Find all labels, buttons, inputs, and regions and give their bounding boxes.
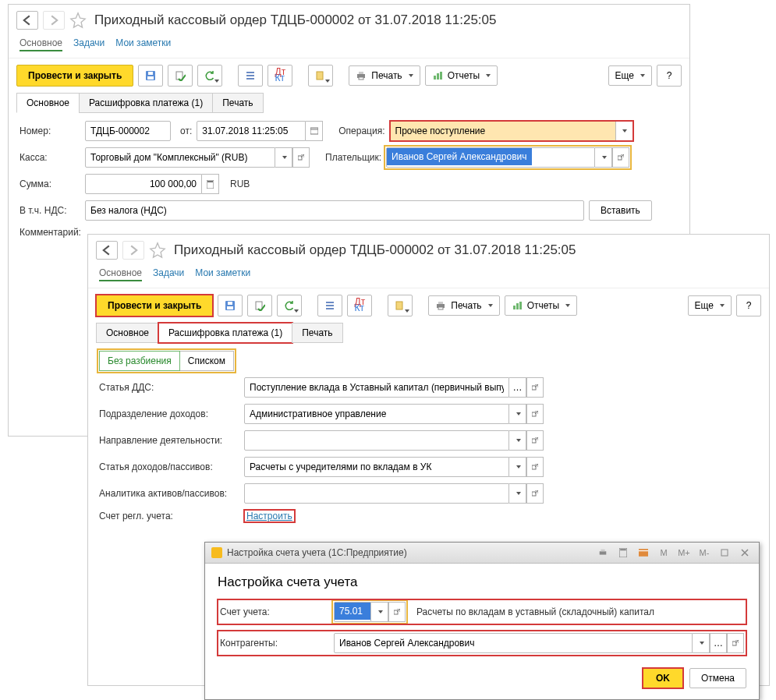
dep-input[interactable] bbox=[244, 404, 509, 424]
open-icon[interactable] bbox=[526, 430, 544, 451]
chevron-down-icon[interactable] bbox=[509, 457, 526, 477]
post-icon[interactable] bbox=[168, 65, 193, 87]
inc-input[interactable] bbox=[244, 457, 509, 477]
date-input[interactable] bbox=[197, 121, 306, 141]
refresh-icon[interactable] bbox=[197, 65, 222, 87]
vat-input[interactable] bbox=[85, 200, 584, 221]
chevron-down-icon[interactable] bbox=[509, 430, 526, 451]
ellipsis-icon[interactable]: … bbox=[509, 377, 526, 398]
configure-account-link[interactable]: Настроить bbox=[244, 510, 295, 522]
dir-input[interactable] bbox=[244, 430, 509, 451]
account-input[interactable]: 75.01 bbox=[335, 603, 370, 620]
more-button[interactable]: Еще bbox=[608, 65, 652, 86]
mem-mplus[interactable]: M+ bbox=[676, 546, 692, 560]
dtkt-icon[interactable]: ДтКт bbox=[268, 65, 292, 87]
nav-forward-button[interactable] bbox=[122, 241, 144, 260]
ellipsis-icon[interactable]: … bbox=[710, 633, 727, 653]
sum-input[interactable] bbox=[85, 174, 202, 194]
svg-rect-11 bbox=[434, 76, 436, 80]
nav-back-button[interactable] bbox=[16, 11, 38, 30]
nav-tasks[interactable]: Задачи bbox=[153, 266, 184, 281]
number-input[interactable] bbox=[85, 121, 171, 141]
ok-button[interactable]: OK bbox=[643, 668, 683, 688]
svg-rect-23 bbox=[256, 302, 262, 309]
calculator-icon[interactable] bbox=[202, 174, 219, 194]
seg-no-split[interactable]: Без разбиения bbox=[99, 351, 180, 371]
attach-icon[interactable] bbox=[388, 295, 413, 316]
nav-main[interactable]: Основное bbox=[19, 36, 62, 51]
open-icon[interactable] bbox=[292, 147, 310, 168]
kassa-input[interactable] bbox=[85, 147, 275, 168]
tab-print[interactable]: Печать bbox=[292, 323, 342, 343]
svg-rect-31 bbox=[513, 306, 516, 309]
minimize-icon[interactable] bbox=[717, 546, 732, 560]
nav-tasks[interactable]: Задачи bbox=[73, 36, 105, 51]
post-and-close-button[interactable]: Провести и закрыть bbox=[96, 295, 213, 316]
mem-mminus[interactable]: M- bbox=[696, 546, 712, 560]
dep-label: Подразделение доходов: bbox=[99, 408, 239, 419]
tab-print[interactable]: Печать bbox=[212, 93, 263, 113]
cancel-button[interactable]: Отмена bbox=[689, 668, 746, 688]
more-button[interactable]: Еще bbox=[688, 295, 732, 316]
help-button[interactable]: ? bbox=[657, 65, 682, 87]
reports-button[interactable]: Отчеты bbox=[425, 65, 498, 86]
open-icon[interactable] bbox=[526, 404, 544, 424]
nav-main[interactable]: Основное bbox=[99, 266, 142, 281]
calc-icon[interactable] bbox=[615, 546, 631, 560]
ana-input[interactable] bbox=[244, 483, 509, 504]
nav-forward-button[interactable] bbox=[43, 11, 65, 30]
refresh-icon[interactable] bbox=[277, 295, 302, 316]
open-icon[interactable] bbox=[526, 377, 544, 398]
open-icon[interactable] bbox=[388, 602, 406, 622]
calendar-icon[interactable] bbox=[306, 121, 323, 141]
list-icon[interactable] bbox=[238, 65, 263, 87]
inc-label: Статья доходов/пассивов: bbox=[99, 461, 239, 472]
calendar-icon[interactable] bbox=[636, 546, 651, 560]
save-icon[interactable] bbox=[218, 295, 243, 316]
favorite-star-icon[interactable] bbox=[69, 12, 87, 29]
svg-rect-33 bbox=[519, 302, 522, 309]
reports-button[interactable]: Отчеты bbox=[505, 295, 577, 316]
tab-split[interactable]: Расшифровка платежа (1) bbox=[158, 323, 292, 343]
payer-input[interactable]: Иванов Сергей Александрович bbox=[387, 148, 531, 165]
save-icon[interactable] bbox=[138, 65, 163, 87]
chevron-down-icon[interactable] bbox=[616, 121, 633, 141]
close-icon[interactable] bbox=[737, 546, 753, 560]
svg-rect-6 bbox=[246, 78, 254, 80]
svg-rect-29 bbox=[438, 302, 443, 304]
seg-list[interactable]: Списком bbox=[180, 351, 234, 371]
print-icon[interactable] bbox=[595, 546, 611, 560]
open-icon[interactable] bbox=[727, 633, 744, 653]
open-icon[interactable] bbox=[526, 457, 544, 477]
chevron-down-icon[interactable] bbox=[693, 633, 710, 653]
post-icon[interactable] bbox=[247, 295, 272, 316]
insert-button[interactable]: Вставить bbox=[589, 200, 652, 221]
chevron-down-icon[interactable] bbox=[509, 404, 526, 424]
operation-select[interactable] bbox=[390, 121, 616, 141]
dialog-header: Настройка счета учета bbox=[218, 574, 746, 590]
chevron-down-icon[interactable] bbox=[275, 147, 292, 168]
post-and-close-button[interactable]: Провести и закрыть bbox=[16, 65, 133, 87]
attach-icon[interactable] bbox=[308, 65, 333, 87]
nav-notes[interactable]: Мои заметки bbox=[115, 36, 171, 51]
nav-back-button[interactable] bbox=[96, 241, 118, 260]
nav-notes[interactable]: Мои заметки bbox=[195, 266, 250, 281]
mem-m[interactable]: M bbox=[656, 546, 671, 560]
tab-split[interactable]: Расшифровка платежа (1) bbox=[79, 93, 213, 113]
tab-main[interactable]: Основное bbox=[96, 323, 159, 343]
help-button[interactable]: ? bbox=[736, 295, 761, 316]
print-button[interactable]: Печать bbox=[349, 65, 420, 86]
dtkt-icon[interactable]: ДтКт bbox=[347, 295, 372, 316]
favorite-star-icon[interactable] bbox=[149, 242, 166, 259]
open-icon[interactable] bbox=[526, 483, 544, 504]
tab-main[interactable]: Основное bbox=[16, 93, 80, 113]
chevron-down-icon[interactable] bbox=[509, 483, 526, 504]
print-button[interactable]: Печать bbox=[428, 295, 499, 316]
open-icon[interactable] bbox=[612, 147, 629, 168]
list-icon[interactable] bbox=[317, 295, 342, 316]
dds-input[interactable] bbox=[244, 377, 509, 398]
svg-rect-34 bbox=[532, 386, 536, 390]
chevron-down-icon[interactable] bbox=[371, 602, 388, 622]
contr-input[interactable] bbox=[334, 633, 693, 653]
chevron-down-icon[interactable] bbox=[595, 147, 612, 168]
